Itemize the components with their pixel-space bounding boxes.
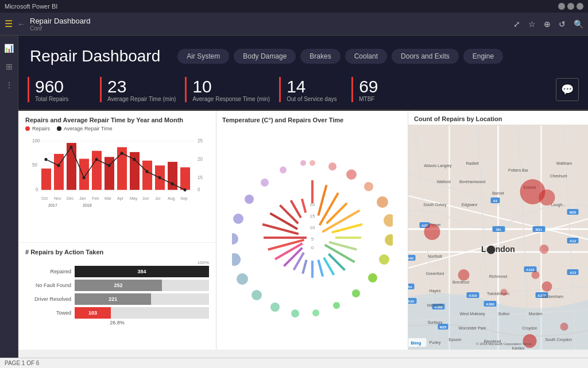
- radial-container: 20 15 10 5 0: [222, 126, 402, 344]
- svg-text:M1: M1: [496, 228, 501, 231]
- svg-text:Richmond: Richmond: [489, 274, 508, 278]
- svg-text:Nov: Nov: [54, 196, 61, 201]
- action-row-driver: Driver Resolved 221: [25, 293, 209, 305]
- svg-point-31: [158, 176, 161, 179]
- svg-text:Lough...: Lough...: [551, 203, 566, 207]
- svg-point-189: [560, 323, 568, 331]
- svg-text:Northolt: Northolt: [428, 254, 442, 258]
- sidebar-icon-charts[interactable]: 📊: [1, 40, 17, 56]
- svg-point-60: [291, 309, 299, 317]
- svg-point-24: [70, 146, 73, 149]
- action-row-towed: Towed 103: [25, 307, 209, 319]
- left-charts: Repairs and Average Repair Time by Year …: [18, 111, 216, 350]
- action-section: # Repairs by Action Taken 100% Repaired …: [18, 243, 216, 350]
- minimize-button[interactable]: [558, 3, 565, 10]
- kpi-total-repairs: 960 Total Repairs: [28, 77, 91, 102]
- action-bar-fill-no-fault: 252: [75, 280, 162, 291]
- svg-point-62: [252, 290, 262, 300]
- svg-point-182: [424, 224, 440, 240]
- svg-rect-82: [317, 259, 324, 277]
- hamburger-icon[interactable]: ☰: [5, 18, 13, 29]
- expand-icon[interactable]: ⤢: [513, 20, 520, 29]
- close-button[interactable]: [577, 3, 583, 10]
- svg-text:A13: A13: [570, 271, 577, 274]
- dashboard-header: Repair Dashboard Air System Body Damage …: [18, 36, 588, 77]
- svg-text:20: 20: [198, 157, 203, 162]
- tab-engine[interactable]: Engine: [463, 49, 503, 64]
- kpi-label-repair-time: Average Repair Time (min): [107, 96, 176, 102]
- kpi-label-repairs: Total Repairs: [35, 96, 91, 102]
- svg-rect-94: [300, 199, 306, 213]
- svg-text:Borehamwood: Borehamwood: [459, 180, 485, 184]
- svg-text:Morden: Morden: [529, 312, 543, 316]
- sidebar-icon-grid[interactable]: ⊞: [1, 59, 17, 75]
- legend-dot-repairs: [25, 126, 30, 131]
- search-icon[interactable]: 🔍: [574, 20, 583, 29]
- svg-point-32: [171, 182, 174, 185]
- svg-point-55: [379, 254, 389, 265]
- svg-point-59: [312, 309, 319, 316]
- kpi-value-mtbf: 69: [359, 77, 415, 96]
- kpi-value-out-of-service: 14: [287, 77, 342, 96]
- svg-text:15: 15: [310, 214, 315, 219]
- svg-point-183: [458, 269, 470, 281]
- svg-rect-72: [317, 185, 327, 216]
- svg-point-23: [57, 164, 60, 167]
- maximize-button[interactable]: [567, 3, 574, 10]
- kpi-avg-repair-time: 23 Average Repair Time (min): [100, 77, 176, 102]
- svg-text:A1: A1: [493, 199, 498, 203]
- tab-body-damage[interactable]: Body Damage: [234, 49, 296, 64]
- svg-point-66: [233, 214, 243, 224]
- app-toolbar: ☰ ← Repair Dashboard Conf ⤢ ☆ ⊕ ↺ 🔍: [0, 13, 588, 36]
- svg-text:5: 5: [311, 237, 314, 242]
- svg-point-188: [523, 334, 537, 348]
- comment-button[interactable]: 💬: [556, 78, 579, 101]
- tab-coolant[interactable]: Coolant: [345, 49, 387, 64]
- kpi-mtbf: 69 MTBF: [351, 77, 415, 102]
- svg-rect-90: [262, 223, 299, 235]
- breadcrumb-title: Repair Dashboard: [30, 17, 91, 25]
- svg-point-27: [108, 164, 111, 167]
- dashboard-title: Repair Dashboard: [30, 47, 160, 65]
- svg-point-181: [539, 189, 555, 206]
- back-button[interactable]: ←: [17, 20, 25, 29]
- svg-text:Waltham: Waltham: [556, 161, 572, 165]
- svg-point-51: [364, 182, 373, 191]
- tab-brakes[interactable]: Brakes: [300, 49, 340, 64]
- radial-chart-svg: 20 15 10 5 0: [232, 137, 393, 332]
- sidebar-icon-more[interactable]: ⋮: [1, 77, 17, 93]
- svg-text:Radlett: Radlett: [466, 161, 478, 165]
- kpi-label-out-of-service: Out of Service days: [287, 96, 342, 102]
- action-row-no-fault: No Fault Found 252: [25, 280, 209, 291]
- svg-rect-12: [67, 143, 76, 190]
- action-100-label: 100%: [25, 260, 209, 265]
- refresh-icon[interactable]: ↺: [559, 20, 566, 29]
- main-content: Repair Dashboard Air System Body Damage …: [18, 36, 588, 358]
- svg-text:Hayes: Hayes: [430, 289, 441, 293]
- tab-air-system[interactable]: Air System: [177, 49, 229, 64]
- action-rows: Repaired 384 No Fault Found 252: [25, 266, 209, 319]
- svg-point-33: [184, 188, 187, 191]
- svg-point-53: [384, 214, 393, 227]
- pin-icon[interactable]: ⊕: [544, 20, 551, 29]
- svg-text:L⬤ndon: L⬤ndon: [481, 245, 515, 254]
- tab-doors-exits[interactable]: Doors and Exits: [392, 49, 459, 64]
- svg-point-49: [328, 162, 336, 171]
- svg-text:Dec: Dec: [67, 196, 74, 201]
- svg-text:2018: 2018: [83, 203, 92, 208]
- svg-text:Watford: Watford: [436, 180, 450, 184]
- svg-rect-14: [92, 151, 102, 190]
- title-bar: Microsoft Power BI: [0, 0, 588, 13]
- kpi-avg-response-time: 10 Average Response Time (min): [185, 77, 270, 102]
- action-label-driver: Driver Resolved: [25, 296, 71, 302]
- svg-point-187: [542, 281, 552, 292]
- bookmark-icon[interactable]: ☆: [528, 20, 536, 29]
- svg-text:Worcester Park: Worcester Park: [458, 326, 486, 330]
- svg-point-65: [232, 233, 238, 245]
- svg-text:M11: M11: [536, 228, 543, 231]
- legend-repairs: Repairs: [25, 126, 50, 131]
- svg-text:Oct: Oct: [41, 196, 48, 201]
- legend-avg-repair: Average Repair Time: [57, 126, 112, 131]
- action-bar-repaired: 384: [75, 266, 209, 277]
- chart-legend: Repairs Average Repair Time: [25, 126, 209, 131]
